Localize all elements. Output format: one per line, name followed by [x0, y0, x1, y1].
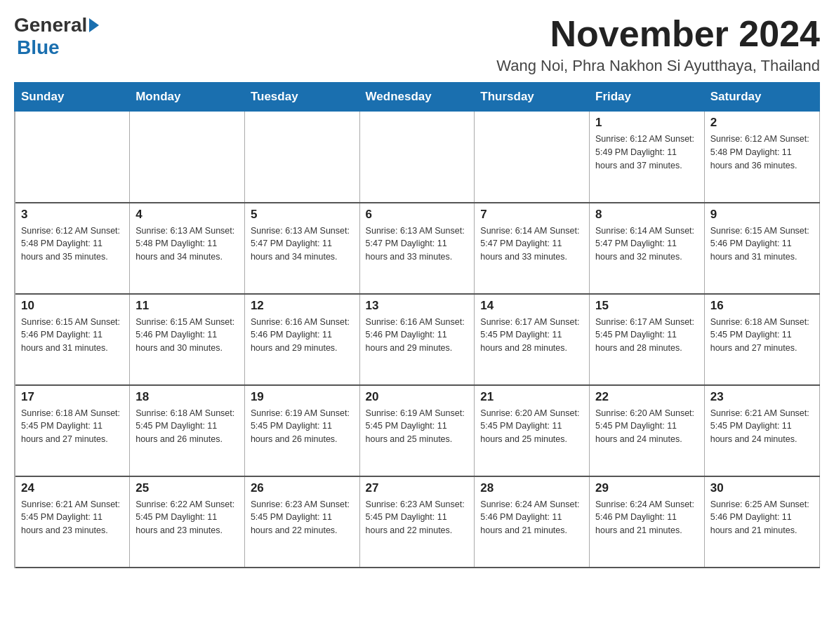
header: General Blue November 2024 Wang Noi, Phr…: [14, 14, 820, 75]
day-number: 25: [135, 481, 239, 495]
day-cell: 1Sunrise: 6:12 AM Sunset: 5:49 PM Daylig…: [590, 112, 705, 203]
day-cell: [475, 112, 590, 203]
logo-arrow-icon: [89, 18, 99, 32]
day-info: Sunrise: 6:15 AM Sunset: 5:46 PM Dayligh…: [135, 316, 239, 355]
day-info: Sunrise: 6:12 AM Sunset: 5:48 PM Dayligh…: [710, 133, 814, 172]
day-info: Sunrise: 6:21 AM Sunset: 5:45 PM Dayligh…: [21, 498, 124, 537]
day-info: Sunrise: 6:17 AM Sunset: 5:45 PM Dayligh…: [595, 316, 699, 355]
day-cell: 11Sunrise: 6:15 AM Sunset: 5:46 PM Dayli…: [130, 294, 245, 385]
day-cell: 6Sunrise: 6:13 AM Sunset: 5:47 PM Daylig…: [359, 203, 475, 294]
day-info: Sunrise: 6:20 AM Sunset: 5:45 PM Dayligh…: [480, 407, 583, 446]
week-row-1: 1Sunrise: 6:12 AM Sunset: 5:49 PM Daylig…: [15, 112, 819, 203]
day-cell: 4Sunrise: 6:13 AM Sunset: 5:48 PM Daylig…: [130, 203, 245, 294]
day-number: 20: [366, 390, 469, 404]
day-cell: 7Sunrise: 6:14 AM Sunset: 5:47 PM Daylig…: [475, 203, 590, 294]
day-cell: [244, 112, 359, 203]
day-info: Sunrise: 6:13 AM Sunset: 5:47 PM Dayligh…: [366, 224, 469, 264]
day-number: 17: [21, 390, 124, 404]
day-info: Sunrise: 6:14 AM Sunset: 5:47 PM Dayligh…: [595, 224, 699, 264]
day-number: 30: [710, 481, 814, 495]
weekday-header-sunday: Sunday: [15, 83, 130, 112]
day-cell: [130, 112, 245, 203]
day-number: 22: [595, 390, 699, 404]
day-number: 18: [135, 390, 239, 404]
day-info: Sunrise: 6:13 AM Sunset: 5:47 PM Dayligh…: [251, 224, 354, 264]
day-number: 16: [710, 299, 814, 313]
day-number: 1: [595, 116, 699, 130]
logo-general-text: General: [14, 14, 87, 36]
day-info: Sunrise: 6:14 AM Sunset: 5:47 PM Dayligh…: [480, 224, 583, 264]
day-number: 15: [595, 299, 699, 313]
day-cell: 26Sunrise: 6:23 AM Sunset: 5:45 PM Dayli…: [244, 476, 359, 568]
day-info: Sunrise: 6:18 AM Sunset: 5:45 PM Dayligh…: [710, 316, 814, 355]
day-info: Sunrise: 6:19 AM Sunset: 5:45 PM Dayligh…: [366, 407, 469, 446]
day-info: Sunrise: 6:12 AM Sunset: 5:48 PM Dayligh…: [21, 224, 124, 264]
week-row-3: 10Sunrise: 6:15 AM Sunset: 5:46 PM Dayli…: [15, 294, 819, 385]
day-cell: 8Sunrise: 6:14 AM Sunset: 5:47 PM Daylig…: [590, 203, 705, 294]
day-cell: 19Sunrise: 6:19 AM Sunset: 5:45 PM Dayli…: [244, 385, 359, 476]
day-cell: 3Sunrise: 6:12 AM Sunset: 5:48 PM Daylig…: [15, 203, 130, 294]
day-number: 13: [366, 299, 469, 313]
weekday-header-tuesday: Tuesday: [244, 83, 359, 112]
day-number: 14: [480, 299, 583, 313]
day-info: Sunrise: 6:18 AM Sunset: 5:45 PM Dayligh…: [135, 407, 239, 446]
day-number: 7: [480, 208, 583, 222]
day-cell: 22Sunrise: 6:20 AM Sunset: 5:45 PM Dayli…: [590, 385, 705, 476]
day-info: Sunrise: 6:18 AM Sunset: 5:45 PM Dayligh…: [21, 407, 124, 446]
day-number: 26: [251, 481, 354, 495]
day-cell: 25Sunrise: 6:22 AM Sunset: 5:45 PM Dayli…: [130, 476, 245, 568]
day-number: 27: [366, 481, 469, 495]
day-cell: 12Sunrise: 6:16 AM Sunset: 5:46 PM Dayli…: [244, 294, 359, 385]
day-cell: 16Sunrise: 6:18 AM Sunset: 5:45 PM Dayli…: [704, 294, 819, 385]
day-info: Sunrise: 6:19 AM Sunset: 5:45 PM Dayligh…: [251, 407, 354, 446]
day-info: Sunrise: 6:16 AM Sunset: 5:46 PM Dayligh…: [366, 316, 469, 355]
day-number: 11: [135, 299, 239, 313]
day-number: 29: [595, 481, 699, 495]
weekday-header-saturday: Saturday: [704, 83, 819, 112]
weekday-header-monday: Monday: [130, 83, 245, 112]
weekday-header-row: SundayMondayTuesdayWednesdayThursdayFrid…: [15, 83, 819, 112]
week-row-2: 3Sunrise: 6:12 AM Sunset: 5:48 PM Daylig…: [15, 203, 819, 294]
logo-blue-text: Blue: [17, 36, 60, 58]
day-number: 8: [595, 208, 699, 222]
day-info: Sunrise: 6:17 AM Sunset: 5:45 PM Dayligh…: [480, 316, 583, 355]
day-number: 3: [21, 208, 124, 222]
day-number: 21: [480, 390, 583, 404]
day-cell: 20Sunrise: 6:19 AM Sunset: 5:45 PM Dayli…: [359, 385, 475, 476]
weekday-header-wednesday: Wednesday: [359, 83, 475, 112]
day-number: 9: [710, 208, 814, 222]
day-cell: 17Sunrise: 6:18 AM Sunset: 5:45 PM Dayli…: [15, 385, 130, 476]
day-cell: 10Sunrise: 6:15 AM Sunset: 5:46 PM Dayli…: [15, 294, 130, 385]
day-info: Sunrise: 6:25 AM Sunset: 5:46 PM Dayligh…: [710, 498, 814, 537]
weekday-header-friday: Friday: [590, 83, 705, 112]
day-info: Sunrise: 6:23 AM Sunset: 5:45 PM Dayligh…: [366, 498, 469, 537]
day-info: Sunrise: 6:12 AM Sunset: 5:49 PM Dayligh…: [595, 133, 699, 172]
week-row-4: 17Sunrise: 6:18 AM Sunset: 5:45 PM Dayli…: [15, 385, 819, 476]
day-cell: 24Sunrise: 6:21 AM Sunset: 5:45 PM Dayli…: [15, 476, 130, 568]
day-cell: 15Sunrise: 6:17 AM Sunset: 5:45 PM Dayli…: [590, 294, 705, 385]
day-info: Sunrise: 6:13 AM Sunset: 5:48 PM Dayligh…: [135, 224, 239, 264]
day-number: 5: [251, 208, 354, 222]
day-cell: 5Sunrise: 6:13 AM Sunset: 5:47 PM Daylig…: [244, 203, 359, 294]
day-cell: [359, 112, 475, 203]
day-cell: 28Sunrise: 6:24 AM Sunset: 5:46 PM Dayli…: [475, 476, 590, 568]
day-cell: 14Sunrise: 6:17 AM Sunset: 5:45 PM Dayli…: [475, 294, 590, 385]
day-cell: 30Sunrise: 6:25 AM Sunset: 5:46 PM Dayli…: [704, 476, 819, 568]
day-cell: [15, 112, 130, 203]
title-area: November 2024 Wang Noi, Phra Nakhon Si A…: [496, 14, 820, 75]
day-cell: 18Sunrise: 6:18 AM Sunset: 5:45 PM Dayli…: [130, 385, 245, 476]
day-number: 28: [480, 481, 583, 495]
day-cell: 9Sunrise: 6:15 AM Sunset: 5:46 PM Daylig…: [704, 203, 819, 294]
weekday-header-thursday: Thursday: [475, 83, 590, 112]
day-cell: 2Sunrise: 6:12 AM Sunset: 5:48 PM Daylig…: [704, 112, 819, 203]
day-info: Sunrise: 6:16 AM Sunset: 5:46 PM Dayligh…: [251, 316, 354, 355]
day-number: 24: [21, 481, 124, 495]
day-number: 19: [251, 390, 354, 404]
day-info: Sunrise: 6:24 AM Sunset: 5:46 PM Dayligh…: [595, 498, 699, 537]
day-number: 6: [366, 208, 469, 222]
day-info: Sunrise: 6:24 AM Sunset: 5:46 PM Dayligh…: [480, 498, 583, 537]
logo: General Blue: [14, 14, 101, 59]
day-number: 12: [251, 299, 354, 313]
day-cell: 21Sunrise: 6:20 AM Sunset: 5:45 PM Dayli…: [475, 385, 590, 476]
day-number: 23: [710, 390, 814, 404]
